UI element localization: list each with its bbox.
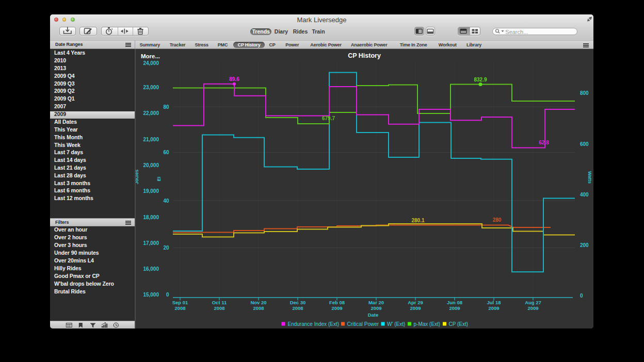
svg-text:20,000: 20,000: [143, 162, 159, 168]
svg-text:2009: 2009: [449, 305, 460, 311]
svg-text:Mar 20: Mar 20: [368, 300, 384, 305]
svg-text:Jun 08: Jun 08: [447, 300, 462, 305]
svg-text:p-Max (Ext): p-Max (Ext): [414, 321, 441, 327]
svg-text:400: 400: [580, 192, 589, 198]
svg-text:80: 80: [163, 104, 169, 110]
svg-text:200: 200: [580, 242, 589, 248]
svg-text:19,000: 19,000: [143, 188, 159, 194]
svg-text:2009: 2009: [371, 305, 381, 311]
svg-text:21,000: 21,000: [143, 137, 159, 142]
svg-text:Dec 30: Dec 30: [290, 300, 306, 305]
svg-text:800: 800: [580, 90, 589, 96]
svg-text:More...: More...: [141, 53, 160, 59]
svg-text:2008: 2008: [174, 305, 185, 311]
svg-text:23,000: 23,000: [143, 85, 159, 90]
svg-text:280: 280: [493, 217, 502, 223]
svg-text:832.9: 832.9: [474, 77, 487, 83]
svg-text:40: 40: [163, 198, 169, 204]
svg-text:2008: 2008: [292, 305, 303, 311]
svg-text:679.7: 679.7: [322, 116, 335, 121]
svg-text:Oct 11: Oct 11: [212, 300, 227, 305]
svg-text:15,000: 15,000: [143, 292, 159, 298]
svg-text:89.6: 89.6: [229, 76, 239, 82]
svg-text:18,000: 18,000: [143, 215, 159, 220]
svg-text:Joules: Joules: [136, 170, 139, 185]
svg-text:17,000: 17,000: [143, 240, 159, 246]
svg-text:24,000: 24,000: [143, 60, 159, 66]
svg-text:Watts: Watts: [587, 171, 592, 184]
svg-text:280.1: 280.1: [411, 218, 424, 223]
svg-text:EI: EI: [156, 177, 162, 182]
svg-text:600: 600: [580, 141, 589, 147]
svg-text:62.8: 62.8: [539, 140, 549, 145]
svg-text:Apr 29: Apr 29: [408, 300, 423, 305]
svg-text:Jul 18: Jul 18: [487, 300, 501, 305]
svg-text:2009: 2009: [488, 305, 499, 311]
svg-text:Date: Date: [368, 312, 379, 318]
svg-text:2009: 2009: [331, 305, 342, 311]
svg-text:60: 60: [163, 150, 169, 155]
svg-text:CP (Ext): CP (Ext): [449, 321, 469, 327]
svg-text:Nov 20: Nov 20: [250, 300, 266, 305]
svg-text:Critical Power: Critical Power: [347, 321, 379, 327]
svg-text:2009: 2009: [527, 305, 538, 311]
svg-text:0: 0: [580, 293, 583, 299]
svg-text:Feb 08: Feb 08: [329, 300, 345, 305]
svg-text:2008: 2008: [214, 305, 224, 311]
svg-text:CP History: CP History: [348, 52, 381, 59]
svg-text:2008: 2008: [253, 305, 264, 311]
svg-text:0: 0: [166, 292, 169, 298]
svg-text:2009: 2009: [410, 305, 421, 311]
svg-text:W' (Ext): W' (Ext): [387, 321, 405, 327]
svg-text:Endurance Index (Ext): Endurance Index (Ext): [288, 321, 340, 327]
svg-text:Sep 01: Sep 01: [172, 300, 188, 305]
svg-text:Aug 27: Aug 27: [525, 300, 541, 305]
svg-text:20: 20: [163, 245, 169, 251]
svg-text:22,000: 22,000: [143, 110, 159, 116]
svg-text:16,000: 16,000: [143, 266, 159, 272]
